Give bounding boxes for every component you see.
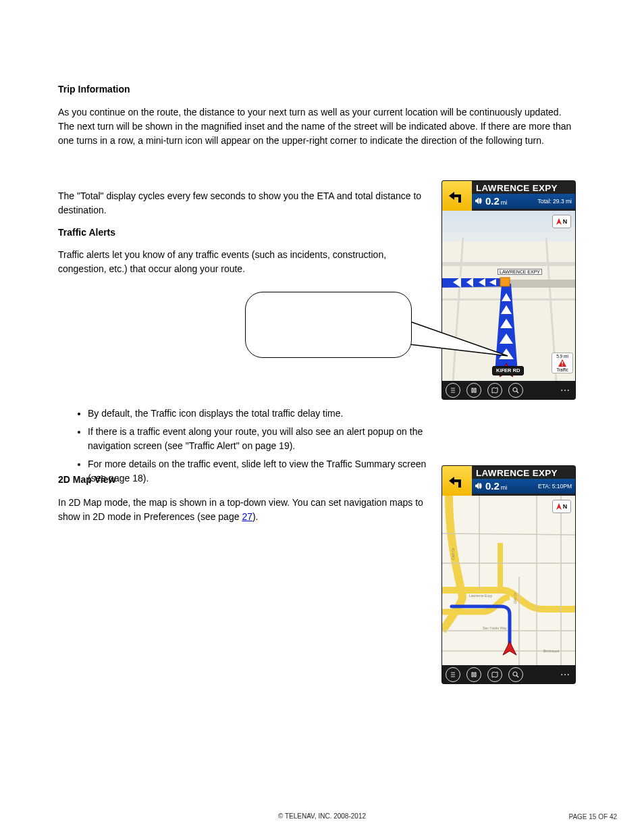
more-menu[interactable]: ⋯ bbox=[560, 385, 572, 396]
vehicle-marker bbox=[502, 641, 517, 656]
next-turn-distance: 0.2 bbox=[485, 480, 500, 492]
para-trip-info-1: As you continue on the route, the distan… bbox=[58, 105, 578, 148]
svg-rect-20 bbox=[472, 388, 473, 392]
compass-letter: N bbox=[563, 503, 568, 510]
next-street: LAWRENCE EXPY bbox=[472, 466, 575, 479]
svg-text:Elko Dr: Elko Dr bbox=[513, 592, 517, 604]
zoom-button[interactable] bbox=[508, 667, 523, 682]
svg-text:Calif Cir: Calif Cir bbox=[451, 548, 455, 560]
compass-indicator[interactable]: N bbox=[552, 500, 571, 513]
turn-left-icon bbox=[442, 181, 472, 211]
para-traffic-intro: Traffic alerts let you know of any traff… bbox=[58, 248, 429, 276]
list-button[interactable] bbox=[446, 667, 460, 682]
link-page-27[interactable]: 27 bbox=[242, 511, 252, 522]
svg-rect-43 bbox=[475, 673, 476, 677]
compass-indicator[interactable]: N bbox=[552, 215, 571, 228]
more-menu[interactable]: ⋯ bbox=[560, 669, 572, 680]
heading-traffic-alerts: Traffic Alerts bbox=[58, 226, 429, 240]
callout-bubble bbox=[245, 292, 412, 358]
traffic-distance: 5.9 mi bbox=[552, 354, 572, 359]
svg-marker-38 bbox=[503, 642, 516, 655]
speaker-icon bbox=[475, 483, 482, 489]
svg-text:Birchwood: Birchwood bbox=[543, 649, 560, 653]
bottom-toolbar: ⋯ bbox=[442, 665, 575, 683]
svg-rect-2 bbox=[500, 278, 510, 286]
svg-rect-16 bbox=[562, 365, 562, 365]
svg-point-22 bbox=[513, 388, 517, 392]
route-button[interactable] bbox=[466, 383, 481, 398]
svg-marker-12 bbox=[556, 218, 562, 225]
compass-letter: N bbox=[563, 218, 568, 225]
next-street: LAWRENCE EXPY bbox=[472, 181, 575, 194]
svg-text:San Ysidro Way: San Ysidro Way bbox=[483, 626, 507, 630]
para-trip-info-2: The "Total" display cycles every few sec… bbox=[58, 189, 429, 217]
svg-text:Lawrence Expy: Lawrence Expy bbox=[469, 594, 493, 598]
page-number: PAGE 15 OF 42 bbox=[568, 813, 617, 820]
callout-tail bbox=[409, 321, 509, 361]
total-distance: Total: 29.3 mi bbox=[537, 198, 572, 205]
phone-screenshot-2d: LAWRENCE EXPY 0.2mi ETA: 5:10PM bbox=[442, 466, 575, 683]
svg-rect-42 bbox=[472, 673, 473, 677]
route-button[interactable] bbox=[466, 667, 481, 682]
svg-marker-1 bbox=[442, 278, 507, 288]
svg-line-25 bbox=[442, 533, 575, 535]
list-button[interactable] bbox=[446, 383, 460, 398]
svg-rect-15 bbox=[562, 361, 562, 364]
distance-unit: mi bbox=[501, 484, 508, 491]
traffic-bullet-3: For more details on the traffic event, s… bbox=[88, 457, 440, 486]
traffic-label: Traffic bbox=[552, 367, 572, 372]
heading-trip-info: Trip Information bbox=[58, 82, 578, 97]
svg-point-44 bbox=[513, 672, 517, 676]
speaker-icon bbox=[475, 198, 482, 204]
next-turn-distance: 0.2 bbox=[485, 195, 500, 207]
map-button[interactable] bbox=[487, 383, 502, 398]
phone-screenshot-3d: LAWRENCE EXPY 0.2mi Total: 29.3 mi bbox=[442, 181, 575, 399]
traffic-bullet-1: By default, the Traffic icon displays th… bbox=[88, 407, 440, 421]
current-road-label: KIFER RD bbox=[492, 366, 524, 375]
zoom-button[interactable] bbox=[508, 383, 523, 398]
bottom-toolbar: ⋯ bbox=[442, 381, 575, 399]
svg-rect-21 bbox=[475, 388, 476, 392]
para-2d-map-1: In 2D Map mode, the map is shown in a to… bbox=[58, 496, 429, 524]
traffic-badge[interactable]: 5.9 mi Traffic bbox=[552, 353, 573, 373]
svg-marker-37 bbox=[556, 503, 562, 510]
svg-line-23 bbox=[516, 391, 518, 393]
eta: ETA: 5:10PM bbox=[538, 483, 572, 490]
map-button[interactable] bbox=[487, 667, 502, 682]
svg-line-45 bbox=[516, 675, 518, 677]
footer-copyright: © TELENAV, INC. 2008-2012 bbox=[278, 812, 366, 820]
turn-left-icon bbox=[442, 466, 472, 496]
distance-unit: mi bbox=[501, 199, 508, 206]
traffic-bullet-2: If there is a traffic event along your r… bbox=[88, 425, 440, 453]
road-label-expwy: LAWRENCE EXPY bbox=[498, 269, 542, 275]
